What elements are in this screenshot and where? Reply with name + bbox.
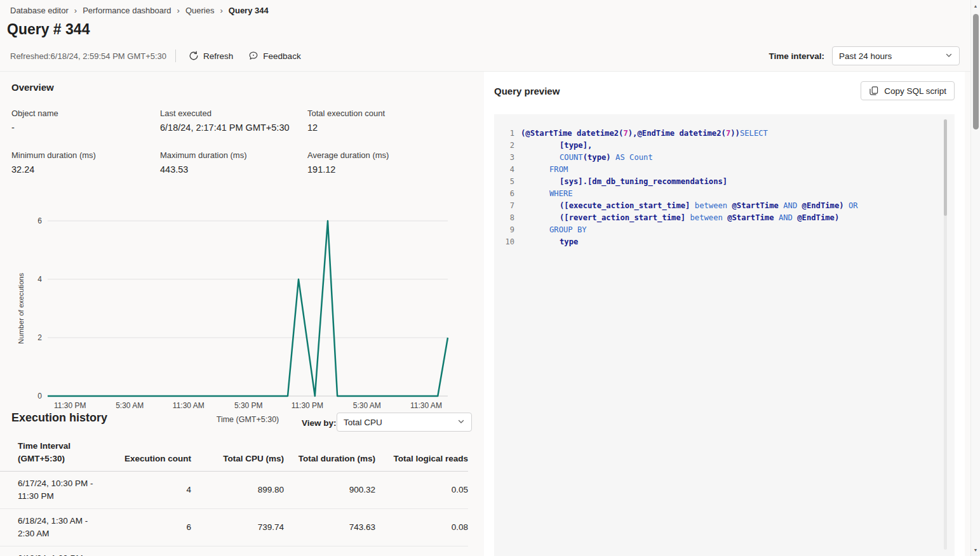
svg-text:11:30 AM: 11:30 AM (173, 401, 205, 410)
stat-value: 32.24 (11, 164, 160, 175)
table-cell: 739.74 (191, 509, 284, 546)
stat-value: 6/18/24, 2:17:41 PM GMT+5:30 (160, 122, 307, 133)
column-header: Total logical reads (375, 437, 468, 472)
code-lines: 1(@StartTime datetime2(7),@EndTime datet… (494, 128, 955, 248)
code-line-text: [type], (521, 140, 592, 152)
code-line: 4FROM (494, 164, 955, 176)
copy-icon (869, 86, 879, 96)
chevron-down-icon (945, 51, 953, 61)
overview-stat: Maximum duration (ms)443.53 (160, 150, 307, 175)
overview-stat: Total execution count12 (307, 109, 473, 133)
refresh-button[interactable]: Refresh (181, 47, 241, 65)
page-scrollbar-thumb[interactable] (973, 14, 979, 129)
table-row: 6/17/24, 10:30 PM - 11:30 PM4899.80900.3… (0, 472, 468, 509)
line-number: 1 (494, 128, 514, 140)
stat-label: Maximum duration (ms) (160, 150, 307, 160)
code-line: 9GROUP BY (494, 224, 955, 236)
code-line-text: [sys].[dm_db_tuning_recommendations] (521, 176, 727, 188)
line-number: 8 (494, 212, 514, 224)
line-number: 2 (494, 140, 514, 152)
svg-text:Time (GMT+5:30): Time (GMT+5:30) (217, 415, 279, 424)
svg-text:2: 2 (37, 333, 42, 342)
execution-history-title: Execution history (11, 411, 107, 425)
svg-text:5:30 PM: 5:30 PM (234, 401, 263, 410)
table-cell: 6/18/24, 1:30 PM - 2:30 PM (0, 546, 95, 556)
refreshed-timestamp: Refreshed:6/18/24, 2:59:54 PM GMT+5:30 (10, 51, 166, 61)
table-cell: 0.08 (375, 509, 468, 546)
query-preview-panel: Query preview Copy SQL script 1(@StartTi… (484, 72, 965, 556)
svg-text:0: 0 (37, 392, 42, 400)
scroll-down-icon[interactable]: ▼ (971, 545, 980, 555)
copy-sql-button-label: Copy SQL script (884, 86, 946, 96)
feedback-button[interactable]: Feedback (241, 47, 308, 65)
page-title: Query # 344 (7, 21, 90, 38)
svg-text:11:30 PM: 11:30 PM (54, 401, 86, 410)
view-by-label: View by: (302, 418, 337, 428)
overview-stats: Object name-Last executed6/18/24, 2:17:4… (11, 109, 473, 175)
refresh-button-label: Refresh (203, 51, 233, 61)
time-interval-label: Time interval: (769, 51, 824, 61)
breadcrumb-item[interactable]: Database editor (10, 6, 69, 15)
code-line: 1(@StartTime datetime2(7),@EndTime datet… (494, 128, 955, 140)
overview-title: Overview (11, 82, 54, 93)
line-number: 6 (494, 188, 514, 200)
stat-label: Minimum duration (ms) (11, 150, 160, 160)
feedback-icon (248, 51, 258, 61)
breadcrumb-item[interactable]: Performance dashboard (83, 6, 171, 15)
code-scrollbar-thumb[interactable] (944, 119, 947, 216)
code-line-text: ([execute_action_start_time] between @St… (521, 200, 858, 212)
copy-sql-button[interactable]: Copy SQL script (861, 81, 955, 100)
code-line-text: WHERE (521, 188, 573, 200)
view-by-dropdown[interactable]: Total CPU (337, 413, 472, 432)
code-scrollbar[interactable] (944, 119, 947, 550)
column-header: Total duration (ms) (284, 437, 375, 472)
breadcrumb-item[interactable]: Queries (185, 6, 215, 15)
line-number: 4 (494, 164, 514, 176)
svg-text:6: 6 (37, 216, 42, 225)
code-line: 8([revert_action_start_time] between @St… (494, 212, 955, 224)
refresh-icon (189, 51, 199, 61)
stat-value: 12 (307, 122, 473, 133)
feedback-button-label: Feedback (263, 51, 300, 61)
stat-label: Average duration (ms) (307, 150, 473, 160)
code-line: 5[sys].[dm_db_tuning_recommendations] (494, 176, 955, 188)
svg-text:5:30 AM: 5:30 AM (353, 401, 381, 410)
table-cell: 2 (95, 546, 191, 556)
stat-label: Last executed (160, 109, 307, 118)
code-line: 6WHERE (494, 188, 955, 200)
code-line-text: GROUP BY (521, 224, 587, 236)
table-cell: 6 (95, 509, 191, 546)
table-cell: 649.50 (284, 546, 375, 556)
executions-line-chart: 024611:30 PM5:30 AM11:30 AM5:30 PM11:30 … (0, 213, 470, 432)
page-scrollbar[interactable]: ▲ ▼ (970, 0, 980, 556)
stat-value: - (11, 122, 160, 133)
svg-text:Number of executions: Number of executions (17, 273, 25, 344)
code-line-text: ([revert_action_start_time] between @Sta… (521, 212, 839, 224)
table-cell: 899.80 (191, 472, 284, 509)
toolbar-divider (175, 50, 176, 62)
column-header: Total CPU (ms) (191, 437, 284, 472)
line-number: 10 (494, 236, 514, 248)
scroll-up-icon[interactable]: ▲ (971, 1, 980, 11)
breadcrumb-separator-icon: › (74, 6, 77, 15)
table-cell: 649.25 (191, 546, 284, 556)
breadcrumb: Database editor›Performance dashboard›Qu… (10, 6, 269, 15)
table-row: 6/18/24, 1:30 AM - 2:30 AM6739.74743.630… (0, 509, 468, 546)
stat-label: Total execution count (307, 109, 473, 118)
sql-code-editor[interactable]: 1(@StartTime datetime2(7),@EndTime datet… (494, 114, 955, 556)
stat-label: Object name (11, 109, 160, 118)
overview-panel: Overview Object name-Last executed6/18/2… (0, 72, 484, 556)
time-interval-group: Time interval: Past 24 hours (769, 46, 960, 65)
table-cell: 900.32 (284, 472, 375, 509)
line-number: 7 (494, 200, 514, 212)
code-line-text: COUNT(type) AS Count (521, 152, 653, 164)
chevron-down-icon (457, 418, 465, 427)
line-number: 5 (494, 176, 514, 188)
table-cell: 6/17/24, 10:30 PM - 11:30 PM (0, 472, 95, 509)
code-line: 10type (494, 236, 955, 248)
overview-stat: Minimum duration (ms)32.24 (11, 150, 160, 175)
stat-value: 191.12 (307, 164, 473, 175)
time-interval-dropdown[interactable]: Past 24 hours (832, 46, 960, 65)
executions-series-line (48, 221, 448, 396)
breadcrumb-separator-icon: › (177, 6, 180, 15)
